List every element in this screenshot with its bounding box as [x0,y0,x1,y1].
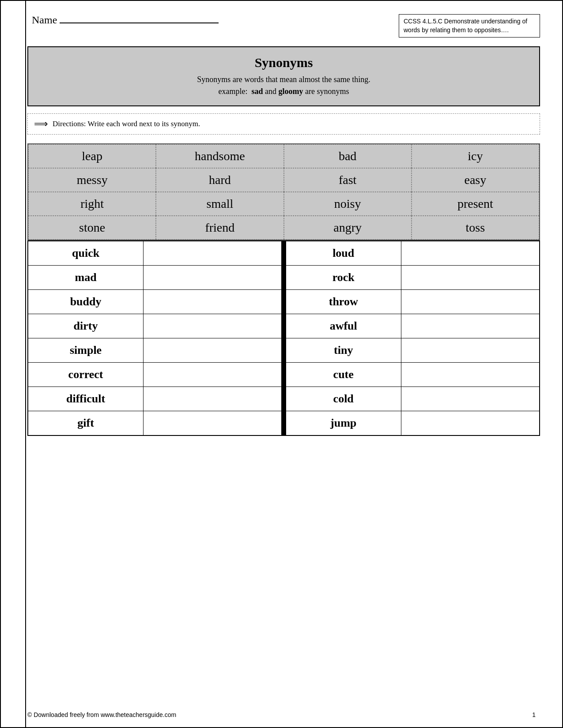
left-word: dirty [28,314,144,338]
table-row: buddythrow [28,290,540,314]
word-bank-cell: right [28,192,156,216]
right-word: tiny [285,338,401,363]
left-word: mad [28,266,144,290]
divider [282,363,286,387]
footer: © Downloaded freely from www.theteachers… [1,711,562,718]
example-prefix: example: [219,87,249,96]
right-answer[interactable] [401,411,540,436]
table-row: madrock [28,266,540,290]
word-bank-cell: messy [28,168,156,192]
subtitle-line1: Synonyms are words that mean almost the … [37,74,530,86]
word-bank-cell: fast [284,168,412,192]
example-word1: sad [251,87,263,96]
header-area: Name CCSS 4.L.5.C Demonstrate understand… [27,14,540,38]
table-row: correctcute [28,363,540,387]
name-underline [60,23,219,23]
left-word: simple [28,338,144,363]
page: Name CCSS 4.L.5.C Demonstrate understand… [0,0,563,728]
word-bank-cell: bad [284,144,412,168]
page-number: 1 [532,711,536,718]
word-bank-cell: leap [28,144,156,168]
divider [282,387,286,411]
left-answer[interactable] [144,314,282,338]
exercise-table: quickloudmadrockbuddythrowdirtyawfulsimp… [27,240,540,436]
word-bank: leaphandsomebadicymessyhardfasteasyright… [27,143,540,240]
arrow-icon: ⟹ [34,118,48,130]
right-word: rock [285,266,401,290]
word-bank-cell: handsome [156,144,283,168]
right-answer[interactable] [401,241,540,266]
left-answer[interactable] [144,266,282,290]
left-answer[interactable] [144,363,282,387]
table-row: quickloud [28,241,540,266]
right-word: awful [285,314,401,338]
right-word: cute [285,363,401,387]
left-answer[interactable] [144,338,282,363]
divider [282,266,286,290]
example-word2: gloomy [279,87,303,96]
right-word: loud [285,241,401,266]
left-answer[interactable] [144,387,282,411]
left-word: difficult [28,387,144,411]
divider [282,314,286,338]
word-bank-cell: easy [412,168,539,192]
right-answer[interactable] [401,266,540,290]
left-answer[interactable] [144,411,282,436]
left-answer[interactable] [144,290,282,314]
table-row: dirtyawful [28,314,540,338]
left-word: gift [28,411,144,436]
title: Synonyms [37,55,530,70]
left-word: buddy [28,290,144,314]
right-answer[interactable] [401,363,540,387]
name-field: Name [32,14,219,26]
name-label: Name [32,14,57,26]
divider [282,241,286,266]
table-row: simpletiny [28,338,540,363]
word-bank-cell: icy [412,144,539,168]
standard-text: CCSS 4.L.5.C Demonstrate understanding o… [404,18,527,34]
right-word: jump [285,411,401,436]
divider [282,338,286,363]
word-bank-cell: angry [284,216,412,240]
word-bank-cell: hard [156,168,283,192]
right-word: throw [285,290,401,314]
word-bank-cell: noisy [284,192,412,216]
divider [282,411,286,436]
word-bank-cell: stone [28,216,156,240]
divider [282,290,286,314]
right-answer[interactable] [401,387,540,411]
right-answer[interactable] [401,290,540,314]
copyright: © Downloaded freely from www.theteachers… [27,711,176,718]
left-word: quick [28,241,144,266]
word-bank-cell: friend [156,216,283,240]
table-row: giftjump [28,411,540,436]
right-answer[interactable] [401,338,540,363]
word-bank-cell: present [412,192,539,216]
example-middle: and [265,87,279,96]
right-answer[interactable] [401,314,540,338]
word-bank-cell: small [156,192,283,216]
directions-text: Directions: Write each word next to its … [53,120,200,128]
subtitle-line2: example: sad and gloomy are synonyms [37,86,530,98]
directions-box: ⟹ Directions: Write each word next to it… [27,113,540,135]
right-word: cold [285,387,401,411]
standard-box: CCSS 4.L.5.C Demonstrate understanding o… [399,14,540,38]
word-bank-cell: toss [412,216,539,240]
title-box: Synonyms Synonyms are words that mean al… [27,46,540,106]
left-answer[interactable] [144,241,282,266]
left-word: correct [28,363,144,387]
example-suffix: are synonyms [305,87,349,96]
table-row: difficultcold [28,387,540,411]
